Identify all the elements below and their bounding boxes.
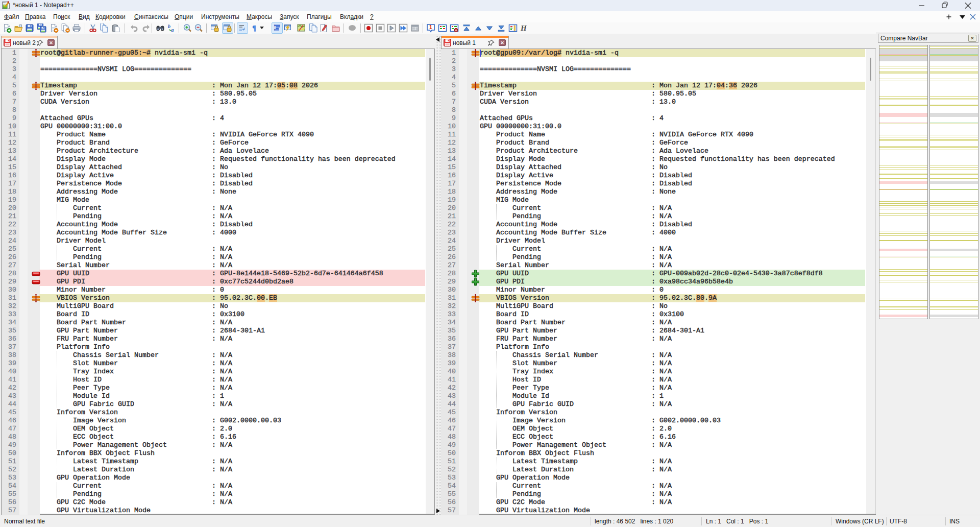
svg-text:b: b <box>168 23 170 29</box>
svg-text:a: a <box>171 27 174 33</box>
svg-text:1: 1 <box>429 25 432 30</box>
svg-text:¶: ¶ <box>252 24 256 32</box>
svg-text:H: H <box>520 24 527 32</box>
